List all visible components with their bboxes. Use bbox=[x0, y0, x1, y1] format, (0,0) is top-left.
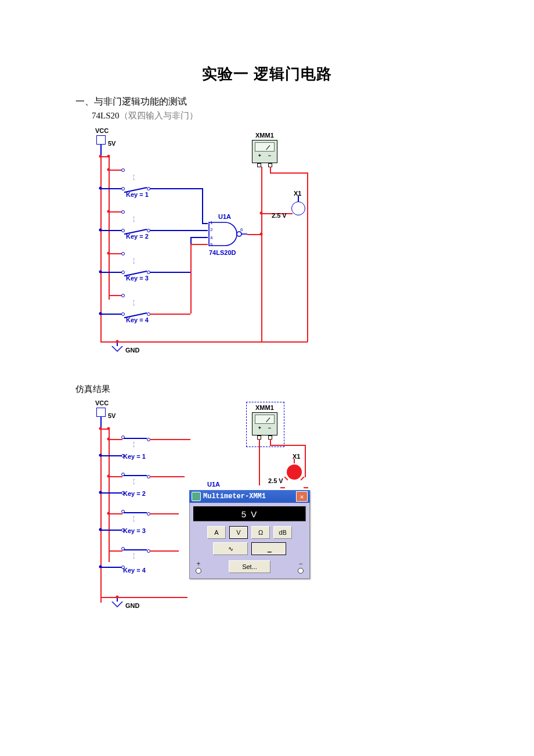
vcc-voltage: 5V bbox=[108, 140, 116, 147]
multimeter-instrument[interactable]: +− bbox=[252, 412, 277, 435]
switch-4-label: Key = 4 bbox=[126, 316, 149, 323]
gnd-label: GND bbox=[125, 602, 139, 609]
close-icon: ✕ bbox=[300, 493, 304, 501]
switch-1-label: Key = 1 bbox=[123, 453, 146, 460]
wire bbox=[150, 439, 190, 440]
sim-result-label: 仿真结果 bbox=[75, 384, 459, 395]
junction bbox=[107, 252, 110, 255]
pin-4: 4 bbox=[210, 235, 212, 240]
schematic-2: VCC 5V ↑↓ Key = 1 bbox=[94, 399, 332, 613]
wire bbox=[100, 341, 308, 343]
wire bbox=[150, 513, 179, 514]
junction bbox=[99, 454, 102, 457]
switch-2-label: Key = 2 bbox=[123, 490, 146, 497]
xmm-plus: + bbox=[258, 153, 261, 159]
minus-port[interactable] bbox=[298, 568, 304, 574]
junction bbox=[107, 475, 110, 478]
mode-v-button[interactable]: V bbox=[229, 526, 248, 539]
switch-3-label: Key = 3 bbox=[123, 527, 146, 534]
dc-button[interactable]: ⎯ bbox=[251, 542, 286, 555]
junction bbox=[99, 271, 102, 273]
mode-db-button[interactable]: dB bbox=[273, 526, 292, 539]
xmm-minus: − bbox=[268, 153, 271, 159]
multimeter-footer: + Set... − bbox=[193, 559, 306, 575]
wire bbox=[109, 550, 122, 552]
mode-a-button[interactable]: A bbox=[207, 526, 226, 539]
switch-1[interactable]: ↑↓ bbox=[121, 437, 150, 445]
wire bbox=[307, 172, 308, 342]
set-button[interactable]: Set... bbox=[229, 560, 270, 573]
switch-1[interactable]: ↑↓ bbox=[121, 170, 150, 178]
multimeter-instrument[interactable]: +− bbox=[252, 140, 277, 163]
wire bbox=[150, 230, 202, 231]
xmm-label: XMM1 bbox=[255, 404, 274, 411]
wire bbox=[261, 167, 262, 342]
sine-icon: ∿ bbox=[228, 545, 233, 553]
indicator-voltage: 2.5 V bbox=[272, 212, 287, 219]
pin-6: 6 bbox=[240, 227, 243, 232]
switch-3[interactable]: ↑↓ bbox=[121, 253, 150, 261]
switch-4[interactable]: ↑↓ bbox=[121, 295, 150, 303]
wire bbox=[150, 314, 190, 315]
wire bbox=[100, 230, 122, 231]
multimeter-app-icon bbox=[192, 492, 201, 501]
junction bbox=[107, 210, 110, 213]
switch-2[interactable]: ↑↓ bbox=[121, 211, 150, 219]
wire bbox=[100, 567, 122, 568]
gate-part: 74LS20D bbox=[209, 249, 236, 256]
gnd-symbol bbox=[111, 341, 123, 352]
wire bbox=[100, 314, 122, 315]
wire bbox=[109, 429, 110, 562]
switch-3-label: Key = 3 bbox=[126, 275, 149, 282]
wire bbox=[190, 244, 192, 314]
wire bbox=[202, 188, 203, 223]
minus-label: − bbox=[298, 560, 302, 568]
wire bbox=[259, 439, 260, 485]
multimeter-title: Multimeter-XMM1 bbox=[203, 492, 266, 501]
junction bbox=[99, 312, 102, 315]
wire bbox=[100, 188, 122, 189]
junction bbox=[107, 427, 110, 430]
multimeter-body: 5 V A V Ω dB ∿ ⎯ + bbox=[189, 503, 310, 579]
junction bbox=[107, 438, 110, 441]
vcc-label: VCC bbox=[95, 127, 109, 134]
wire bbox=[270, 172, 307, 174]
gnd-symbol bbox=[111, 597, 123, 607]
svg-point-0 bbox=[237, 232, 241, 236]
gate-ref: U1A bbox=[218, 213, 231, 220]
wire bbox=[150, 476, 185, 477]
document-page: 实验一 逻辑门电路 一、与非门逻辑功能的测试 74LS20（双四输入与非门） V… bbox=[0, 0, 534, 648]
wire bbox=[298, 196, 299, 201]
junction bbox=[107, 168, 110, 171]
multimeter-window[interactable]: Multimeter-XMM1 ✕ 5 V A V Ω dB ∿ bbox=[189, 490, 310, 579]
vcc-terminal bbox=[96, 408, 106, 417]
wire bbox=[109, 476, 122, 477]
plus-label: + bbox=[196, 560, 200, 568]
xmm-plus: + bbox=[258, 425, 261, 431]
wave-row: ∿ ⎯ bbox=[193, 542, 306, 555]
multimeter-titlebar[interactable]: Multimeter-XMM1 ✕ bbox=[189, 490, 310, 503]
wire bbox=[270, 167, 271, 172]
close-button[interactable]: ✕ bbox=[296, 491, 308, 502]
wire bbox=[109, 156, 110, 300]
wire bbox=[190, 237, 208, 238]
gnd-label: GND bbox=[125, 347, 139, 354]
page-title: 实验一 逻辑门电路 bbox=[75, 64, 459, 84]
schematic-1: VCC 5V ↑↓ Key = 1 bbox=[94, 127, 332, 377]
switch-2[interactable]: ↑↓ bbox=[121, 474, 150, 482]
plus-port[interactable] bbox=[196, 568, 201, 574]
wire bbox=[100, 455, 122, 456]
switch-4[interactable]: ↑↓ bbox=[121, 548, 150, 556]
switch-3[interactable]: ↑↓ bbox=[121, 511, 150, 519]
wire bbox=[109, 295, 122, 296]
section-heading: 一、与非门逻辑功能的测试 bbox=[75, 96, 459, 108]
junction bbox=[99, 229, 102, 232]
junction bbox=[99, 187, 102, 190]
ac-button[interactable]: ∿ bbox=[213, 542, 248, 555]
pin-1: 1 bbox=[210, 220, 212, 225]
wire bbox=[150, 272, 190, 273]
wire bbox=[150, 550, 179, 552]
mode-ohm-button[interactable]: Ω bbox=[251, 526, 270, 539]
wire bbox=[100, 492, 122, 494]
indicator-x1-lit bbox=[287, 465, 302, 480]
